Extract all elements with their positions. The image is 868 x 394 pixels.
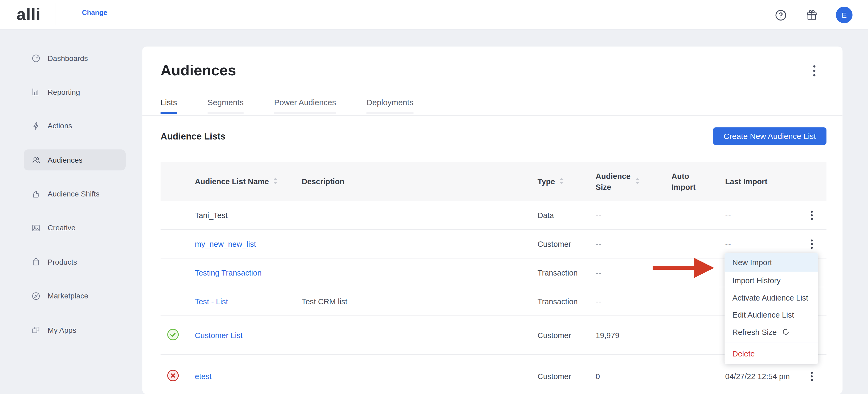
table-row: Tani_Test Data -- -- — [160, 201, 827, 230]
status-cell — [160, 328, 195, 342]
topbar-divider — [55, 3, 55, 25]
last-import-cell: -- — [725, 211, 797, 219]
last-import-cell: -- — [725, 239, 797, 248]
success-status-icon — [167, 328, 180, 342]
bar-chart-icon — [31, 87, 41, 97]
sidebar-item-products[interactable]: Products — [24, 251, 126, 273]
sidebar-item-creative[interactable]: Creative — [24, 217, 126, 239]
sidebar: Dashboards Reporting Actions Audiences — [0, 30, 142, 394]
row-kebab-menu-icon[interactable] — [797, 210, 827, 220]
audience-list-name-link[interactable]: Customer List — [195, 331, 302, 339]
status-cell — [160, 369, 195, 383]
sidebar-nav: Dashboards Reporting Actions Audiences — [24, 48, 126, 340]
refresh-icon — [782, 328, 790, 336]
page-kebab-menu-icon[interactable] — [813, 65, 823, 76]
audience-list-name-link[interactable]: my_new_new_list — [195, 239, 302, 248]
app-window: alli Change E — [0, 0, 868, 394]
menu-item-refresh-size[interactable]: Refresh Size — [725, 323, 818, 340]
sidebar-item-reporting[interactable]: Reporting — [24, 82, 126, 102]
thumbs-up-icon — [31, 189, 41, 199]
annotation-arrow-icon — [653, 257, 715, 281]
header-auto-import: Auto Import — [672, 171, 725, 192]
sidebar-item-label: Audience Shifts — [48, 190, 100, 198]
sidebar-item-label: Reporting — [48, 88, 80, 96]
type-cell: Customer — [537, 239, 596, 248]
sidebar-item-label: Dashboards — [48, 54, 88, 62]
description-cell: Test CRM list — [302, 297, 537, 306]
tab-lists[interactable]: Lists — [160, 98, 177, 114]
row-kebab-menu-icon[interactable] — [797, 371, 827, 381]
header-description: Description — [302, 177, 537, 186]
image-icon — [31, 223, 41, 233]
user-avatar[interactable]: E — [836, 7, 852, 23]
audience-size-cell: -- — [596, 211, 672, 219]
last-import-cell: 04/27/22 12:54 pm — [725, 370, 790, 382]
sidebar-item-audiences[interactable]: Audiences — [24, 150, 126, 171]
sidebar-item-actions[interactable]: Actions — [24, 116, 126, 137]
menu-item-delete[interactable]: Delete — [725, 343, 818, 364]
compass-icon — [31, 291, 41, 301]
menu-item-import-history[interactable]: Import History — [725, 272, 818, 289]
change-account-link[interactable]: Change — [82, 9, 107, 17]
tab-power-audiences[interactable]: Power Audiences — [274, 98, 336, 114]
people-icon — [31, 155, 41, 165]
type-cell: Customer — [537, 372, 596, 381]
sidebar-item-label: Creative — [48, 224, 75, 232]
audience-size-cell: -- — [596, 297, 672, 306]
sidebar-item-label: Audiences — [48, 156, 83, 164]
type-cell: Transaction — [537, 297, 596, 306]
dashboard-icon — [31, 53, 41, 63]
tab-bar: Lists Segments Power Audiences Deploymen… — [160, 98, 413, 114]
lightning-icon — [31, 121, 41, 131]
topbar-actions: E — [774, 0, 852, 30]
tab-deployments[interactable]: Deployments — [367, 98, 413, 114]
sidebar-item-label: Products — [48, 258, 77, 266]
help-icon[interactable] — [774, 8, 787, 22]
create-new-audience-list-button[interactable]: Create New Audience List — [713, 127, 827, 145]
menu-item-edit-audience-list[interactable]: Edit Audience List — [725, 306, 818, 323]
sidebar-item-label: Actions — [48, 122, 72, 130]
audience-list-name-link[interactable]: Test - List — [195, 297, 302, 306]
menu-item-new-import[interactable]: New Import — [725, 253, 818, 272]
header-type[interactable]: Type — [537, 177, 596, 186]
header-audience-size[interactable]: Audience Size — [596, 171, 672, 192]
row-context-menu: New Import Import History Activate Audie… — [725, 253, 818, 364]
audience-size-cell: 19,979 — [596, 331, 672, 339]
sidebar-item-dashboards[interactable]: Dashboards — [24, 48, 126, 69]
menu-item-activate-audience-list[interactable]: Activate Audience List — [725, 289, 818, 306]
shopping-bag-icon — [31, 257, 41, 267]
apps-icon — [31, 325, 41, 335]
tabs-divider — [142, 115, 842, 116]
audience-size-cell: 0 — [596, 372, 672, 381]
sidebar-item-marketplace[interactable]: Marketplace — [24, 285, 126, 306]
header-audience-list-name[interactable]: Audience List Name — [195, 177, 302, 186]
header-last-import: Last Import — [725, 177, 797, 186]
type-cell: Customer — [537, 331, 596, 339]
error-status-icon — [167, 369, 180, 383]
sidebar-item-label: My Apps — [48, 326, 76, 334]
sort-icon[interactable] — [635, 177, 640, 186]
type-cell: Transaction — [537, 268, 596, 277]
top-bar: alli Change E — [0, 0, 868, 30]
row-kebab-menu-icon[interactable] — [797, 239, 827, 249]
audience-list-name-link[interactable]: etest — [195, 372, 302, 381]
sidebar-item-audience-shifts[interactable]: Audience Shifts — [24, 183, 126, 205]
sidebar-item-my-apps[interactable]: My Apps — [24, 320, 126, 340]
page-title: Audiences — [160, 62, 236, 79]
sort-icon[interactable] — [559, 177, 564, 186]
table-header-row: Audience List Name Description Type Audi… — [160, 162, 827, 201]
audience-list-name: Tani_Test — [195, 211, 302, 219]
alli-logo: alli — [17, 5, 41, 24]
audience-size-cell: -- — [596, 239, 672, 248]
sort-icon[interactable] — [273, 177, 278, 186]
audience-list-name-link[interactable]: Testing Transaction — [195, 268, 302, 277]
gift-icon[interactable] — [805, 8, 818, 22]
type-cell: Data — [537, 211, 596, 219]
section-title: Audience Lists — [160, 127, 225, 145]
tab-segments[interactable]: Segments — [208, 98, 244, 114]
sidebar-item-label: Marketplace — [48, 292, 88, 300]
